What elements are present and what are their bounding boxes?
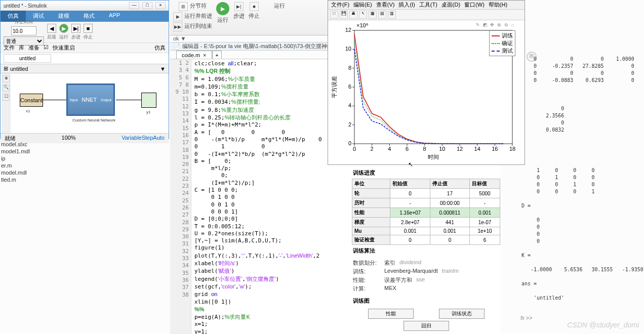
stop-button[interactable]: ■ [84,24,93,33]
heading-progress: 训练进度 [352,167,500,179]
zoomout-icon[interactable]: ⊖ [504,22,510,28]
menu-view[interactable]: 查看(V) [376,1,395,9]
simulink-canvas[interactable]: ⊕ 🔍 ☐ Constant x1 Input NNET Output Cust… [1,73,169,133]
menu-desktop[interactable]: 桌面(D) [441,1,460,9]
block-constant[interactable]: Constant [20,94,43,107]
svg-text:18: 18 [509,146,515,152]
file-item[interactable]: er.m [0,162,41,169]
zoom-icon[interactable]: 🔍 [3,85,10,92]
simulink-breadcrumb: ⊞untitled ▼ [1,64,169,73]
tab-format[interactable]: 格式 [76,11,102,22]
plot-axes[interactable]: ✎ ◩ ✥ ⊕ ⊖ ⌂ 024681012141618024681012×10⁶… [328,20,525,162]
step-forward-button[interactable]: ▶| [71,24,80,33]
print-icon[interactable]: 🖶 [349,11,357,19]
minimize-button[interactable]: — [129,2,139,9]
command-prompt[interactable]: fx >> [520,315,532,321]
file-item[interactable]: ip [0,155,41,162]
figure-menu: 文件(F) 编辑(E) 查看(V) 插入(I) 工具(T) 桌面(D) 窗口(W… [328,1,525,10]
run-to-end-icon[interactable]: ▶▶ [173,22,182,31]
label-y1: y1 [146,110,150,114]
menu-edit[interactable]: 编辑(E) [353,1,372,9]
layout-icon[interactable]: ▦ [369,11,377,19]
svg-text:2: 2 [371,146,374,152]
menu-help[interactable]: 帮助(H) [489,1,507,9]
close-tab-icon[interactable]: × [203,52,206,58]
svg-text:8: 8 [423,146,426,152]
stoptime-input[interactable] [11,26,36,35]
figure-window: 文件(F) 编辑(E) 查看(V) 插入(I) 工具(T) 桌面(D) 窗口(W… [328,0,525,165]
simulink-model-tabs: untitled [1,53,169,64]
heading-plots: 训练图 [352,295,500,307]
file-item[interactable]: model.slxc [0,141,41,148]
svg-text:0: 0 [348,140,351,146]
editor-icon: 📄 [173,43,180,50]
svg-text:×10⁶: ×10⁶ [356,22,369,28]
step-back-button[interactable]: ◀ [47,24,56,33]
figure-toolbar: □ 💾 🖶 ↖ ▦ ▤ ▥ [328,10,525,20]
svg-text:10: 10 [439,146,445,152]
simulink-palette: ⊕ 🔍 ☐ [2,73,11,133]
block-nnet[interactable]: Input NNET Output [66,84,115,116]
svg-text:0: 0 [353,146,356,152]
svg-text:时间: 时间 [428,154,439,160]
run-advance-icon[interactable]: ▶ [173,12,182,21]
simulink-titlebar: untitled * - Simulink — □ × [1,1,169,11]
file-item[interactable]: model.mdl [0,169,41,176]
run-button[interactable]: ▶ [216,2,229,15]
svg-text:4: 4 [388,146,391,152]
step-button[interactable]: ▶| [234,2,244,11]
simulink-model-tab[interactable]: untitled [4,54,51,63]
signal-line [43,100,66,100]
btn-regression[interactable]: 回归 [404,321,449,331]
menu-insert[interactable]: 插入(I) [398,1,415,9]
pan-icon[interactable]: ✥ [490,22,496,28]
close-button[interactable]: × [155,2,166,9]
simulink-window: untitled * - Simulink — □ × 仿真 调试 建模 格式 … [0,0,169,139]
axes-toolbar: ✎ ◩ ✥ ⊕ ⊖ ⌂ [476,22,517,28]
table-row: 梯度2.8e+074411e-07 [352,218,500,227]
save-icon[interactable]: 💾 [340,11,348,19]
btn-performance[interactable]: 性能 [368,309,414,319]
svg-text:4: 4 [348,102,351,108]
layout2-icon[interactable]: ▤ [378,11,386,19]
mouse-cursor: ↖ [408,161,413,168]
menu-file[interactable]: 文件(F) [331,1,349,9]
stoptime-label: 停止时间 [15,19,33,25]
run-button[interactable]: ▶ [59,24,68,33]
file-item[interactable]: model1.mdl [0,148,41,155]
annotate-icon[interactable]: ☐ [3,94,10,101]
training-table: 单位 初始值 停止值 目标值 轮0175000历时-00:00:00-性能1.1… [352,179,500,245]
brush-icon[interactable]: ✎ [476,22,482,28]
svg-text:16: 16 [492,146,498,152]
svg-text:2: 2 [348,121,351,128]
command-output-bottom: 1 0 0 0 0 1 0 0 0 0 1 0 0 0 0 1 D = 0 0 … [521,167,643,302]
section-break-icon[interactable]: ⊞ [179,2,188,11]
svg-text:12: 12 [457,146,463,152]
breadcrumb-item[interactable]: untitled [10,66,28,72]
file-item[interactable]: tled.m [0,176,41,183]
menu-window[interactable]: 窗口(W) [464,1,485,9]
maximize-button[interactable]: □ [142,2,152,9]
training-buttons: 性能 训练状态 回归 [352,307,500,333]
new-figure-icon[interactable]: □ [330,11,338,19]
simulink-title: untitled * - Simulink [4,3,47,9]
command-output-top: 0 0 0 1.0000 0 -0.2357 27.8285 0 0 0 0 0… [521,56,643,134]
window-controls: — □ × [129,2,166,9]
zoomin-icon[interactable]: ⊕ [497,22,503,28]
home-icon[interactable]: ⌂ [511,22,517,28]
layout3-icon[interactable]: ▥ [388,11,396,19]
label-cnn: Custom Neural Network [72,118,115,122]
zoom-fit-icon[interactable]: ⊕ [3,75,10,82]
datatip-icon[interactable]: ◩ [483,22,489,28]
legend[interactable]: 训练 确证 测试 [489,30,515,56]
block-scope[interactable] [141,93,156,108]
stop-button[interactable]: ■ [250,2,259,11]
cursor-icon[interactable]: ↖ [359,11,367,19]
btn-training-state[interactable]: 训练状态 [439,309,485,319]
tab-modeling[interactable]: 建模 [51,11,76,22]
table-row: 验证检查006 [352,235,500,245]
simulink-toolbar: 停止时间 普通 ◀ 后退 ▶ 运行 ▶| 步进 ■ 停止 [1,22,169,43]
menu-tools[interactable]: 工具(T) [419,1,437,9]
heading-algorithm: 训练算法 [352,245,500,257]
tab-apps[interactable]: APP [102,11,127,22]
